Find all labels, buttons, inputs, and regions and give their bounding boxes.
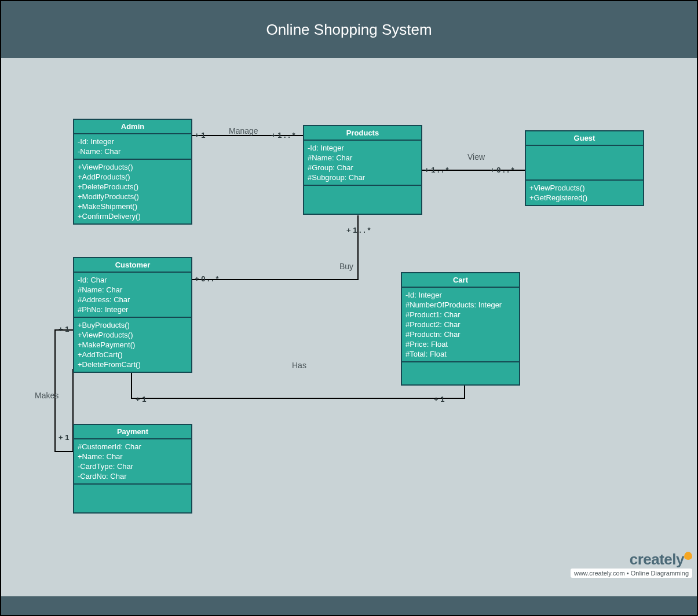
rel-has-mult-customer: + 1 bbox=[136, 395, 146, 404]
class-guest: Guest +ViewProducts() +GetRegistered() bbox=[525, 130, 644, 206]
rel-buy-label: Buy bbox=[339, 262, 353, 271]
diagram-canvas: Admin -Id: Integer -Name: Char +ViewProd… bbox=[1, 58, 697, 596]
rel-view-mult-left: + 1 . . * bbox=[425, 166, 449, 174]
class-admin-title: Admin bbox=[74, 120, 191, 134]
class-payment: Payment #CustomerId: Char +Name: Char -C… bbox=[73, 424, 192, 514]
class-cart-title: Cart bbox=[402, 273, 519, 288]
class-admin-methods: +ViewProducts() +AddProducts() +DeletePr… bbox=[74, 160, 191, 223]
class-cart-methods bbox=[402, 362, 519, 384]
class-payment-methods bbox=[74, 485, 191, 512]
class-admin: Admin -Id: Integer -Name: Char +ViewProd… bbox=[73, 119, 192, 225]
rel-buy-mult-customer: + 0 . . * bbox=[195, 274, 219, 283]
rel-manage-mult-right: + 1 . . * bbox=[271, 131, 295, 140]
class-products-attributes: -Id: Integer #Name: Char #Group: Char #S… bbox=[304, 141, 421, 186]
class-products: Products -Id: Integer #Name: Char #Group… bbox=[303, 125, 422, 215]
rel-makes-mult-customer: + 1 bbox=[59, 325, 69, 333]
class-guest-title: Guest bbox=[526, 131, 643, 146]
rel-makes-mult-payment: + 1 bbox=[59, 433, 69, 442]
logo-tagline: www.creately.com • Online Diagramming bbox=[571, 569, 692, 578]
class-guest-methods: +ViewProducts() +GetRegistered() bbox=[526, 181, 643, 205]
class-payment-attributes: #CustomerId: Char +Name: Char -CardType:… bbox=[74, 439, 191, 485]
creately-logo: creately www.creately.com • Online Diagr… bbox=[571, 551, 692, 578]
diagram-title: Online Shopping System bbox=[266, 21, 432, 39]
class-customer-attributes: -Id: Char #Name: Char #Address: Char #Ph… bbox=[74, 273, 191, 318]
rel-manage-label: Manage bbox=[229, 126, 258, 135]
class-payment-title: Payment bbox=[74, 425, 191, 439]
rel-buy-mult-products: + 1 . . * bbox=[346, 226, 371, 234]
class-guest-attributes bbox=[526, 146, 643, 181]
class-products-methods bbox=[304, 186, 421, 214]
rel-makes-label: Makes bbox=[35, 391, 59, 400]
class-customer: Customer -Id: Char #Name: Char #Address:… bbox=[73, 257, 192, 373]
rel-has-mult-cart: + 1 bbox=[434, 395, 444, 404]
rel-has-label: Has bbox=[292, 361, 306, 370]
class-admin-attributes: -Id: Integer -Name: Char bbox=[74, 134, 191, 160]
bulb-icon bbox=[684, 552, 692, 560]
diagram-title-bar: Online Shopping System bbox=[1, 1, 697, 58]
rel-view-label: View bbox=[467, 152, 485, 162]
rel-view-mult-right: + 0 . . * bbox=[490, 166, 514, 174]
logo-brand: creately bbox=[630, 551, 684, 568]
class-cart: Cart -Id: Integer #NumberOfProducts: Int… bbox=[401, 272, 520, 386]
rel-manage-mult-left: + 1 bbox=[195, 131, 205, 140]
class-customer-methods: +BuyProducts() +ViewProducts() +MakePaym… bbox=[74, 318, 191, 372]
class-customer-title: Customer bbox=[74, 258, 191, 273]
class-cart-attributes: -Id: Integer #NumberOfProducts: Integer … bbox=[402, 288, 519, 362]
class-products-title: Products bbox=[304, 126, 421, 141]
footer-bar bbox=[1, 596, 697, 615]
